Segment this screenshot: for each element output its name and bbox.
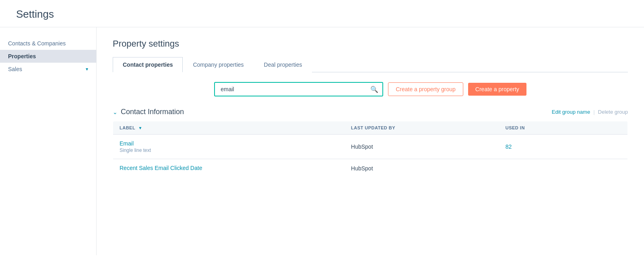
property-type: Single line text bbox=[120, 147, 338, 153]
group-section-contact-information: ⌄ Contact Information Edit group name | … bbox=[113, 108, 628, 178]
table-head: LABEL ▼ LAST UPDATED BY USED IN bbox=[113, 121, 628, 135]
layout: Contacts & Companies Properties Sales ▾ … bbox=[0, 27, 644, 255]
page-title: Settings bbox=[16, 8, 628, 20]
divider: | bbox=[593, 109, 594, 115]
updater-value: HubSpot bbox=[351, 143, 373, 150]
edit-group-name-link[interactable]: Edit group name bbox=[552, 109, 590, 115]
cell-label-email: Email Single line text bbox=[113, 135, 345, 159]
table-header-row: LABEL ▼ LAST UPDATED BY USED IN bbox=[113, 121, 628, 135]
tab-contact-properties[interactable]: Contact properties bbox=[113, 57, 183, 72]
properties-table: LABEL ▼ LAST UPDATED BY USED IN bbox=[113, 121, 628, 178]
used-count-value[interactable]: 82 bbox=[506, 143, 512, 150]
table-body: Email Single line text HubSpot 82 bbox=[113, 135, 628, 178]
group-header: ⌄ Contact Information Edit group name | … bbox=[113, 108, 628, 116]
sidebar-item-sales[interactable]: Sales ▾ bbox=[0, 63, 96, 76]
search-icon: 🔍 bbox=[370, 86, 378, 93]
sidebar-item-contacts-companies[interactable]: Contacts & Companies bbox=[0, 37, 96, 50]
col-header-label: LABEL ▼ bbox=[113, 121, 345, 135]
property-name-link[interactable]: Recent Sales Email Clicked Date bbox=[120, 165, 338, 171]
cell-label-content: Email Single line text bbox=[120, 140, 338, 153]
cell-updated-email: HubSpot bbox=[345, 135, 499, 159]
group-actions: Edit group name | Delete group bbox=[552, 109, 628, 115]
search-wrapper: 🔍 bbox=[214, 82, 383, 96]
table-row: Email Single line text HubSpot 82 bbox=[113, 135, 628, 159]
sidebar: Contacts & Companies Properties Sales ▾ bbox=[0, 27, 97, 255]
cell-used-email: 82 bbox=[499, 135, 628, 159]
cell-used-recent-sales bbox=[499, 159, 628, 178]
col-header-used: USED IN bbox=[499, 121, 628, 135]
delete-group-link[interactable]: Delete group bbox=[598, 109, 628, 115]
group-title-left: ⌄ Contact Information bbox=[113, 108, 184, 116]
create-property-button[interactable]: Create a property bbox=[468, 83, 526, 96]
group-title-text: Contact Information bbox=[121, 108, 184, 116]
sidebar-item-properties[interactable]: Properties bbox=[0, 50, 96, 63]
property-name-link[interactable]: Email bbox=[120, 140, 338, 147]
updater-value: HubSpot bbox=[351, 165, 373, 172]
toolbar: 🔍 Create a property group Create a prope… bbox=[113, 82, 628, 96]
search-input[interactable] bbox=[214, 82, 383, 96]
cell-label-recent-sales: Recent Sales Email Clicked Date bbox=[113, 159, 345, 178]
tab-company-properties[interactable]: Company properties bbox=[183, 57, 254, 72]
collapse-icon[interactable]: ⌄ bbox=[113, 109, 118, 115]
tabs-bar: Contact properties Company properties De… bbox=[113, 57, 628, 72]
cell-updated-recent-sales: HubSpot bbox=[345, 159, 499, 178]
table-row: Recent Sales Email Clicked Date HubSpot bbox=[113, 159, 628, 178]
tab-deal-properties[interactable]: Deal properties bbox=[254, 57, 312, 72]
create-property-group-button[interactable]: Create a property group bbox=[388, 82, 463, 96]
section-title: Property settings bbox=[113, 39, 628, 49]
col-header-updated: LAST UPDATED BY bbox=[345, 121, 499, 135]
main-content: Property settings Contact properties Com… bbox=[97, 27, 644, 255]
chevron-down-icon: ▾ bbox=[86, 66, 88, 72]
cell-label-content: Recent Sales Email Clicked Date bbox=[120, 165, 338, 172]
page-header: Settings bbox=[0, 0, 644, 27]
sort-arrow-icon: ▼ bbox=[138, 126, 142, 130]
